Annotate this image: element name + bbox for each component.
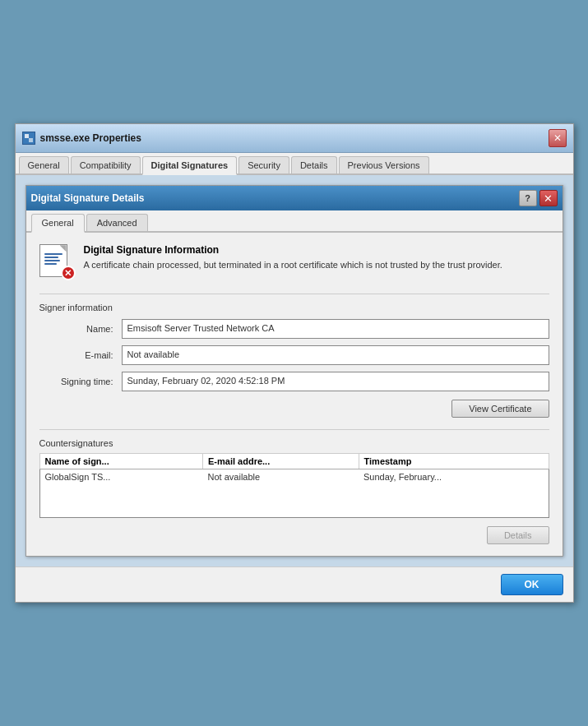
signer-section-label: Signer information [39, 303, 549, 312]
outer-titlebar: smsse.exe Properties ✕ [16, 124, 573, 153]
inner-dialog: Digital Signature Details ? ✕ General Ad… [25, 185, 563, 557]
table-empty-row [39, 484, 549, 517]
signing-time-value: Sunday, February 02, 2020 4:52:18 PM [122, 372, 549, 391]
inner-close-button[interactable]: ✕ [539, 190, 558, 206]
row-name: GlobalSign TS... [39, 469, 203, 485]
inner-dialog-title: Digital Signature Details [31, 192, 145, 204]
signature-status-icon: ✕ [39, 244, 76, 280]
inner-dialog-content: ✕ Digital Signature Information A certif… [26, 233, 563, 556]
email-field-row: E-mail: Not available [39, 345, 549, 365]
divider-2 [39, 429, 549, 430]
tab-compatibility[interactable]: Compatibility [71, 156, 141, 173]
divider-1 [39, 294, 549, 294]
svg-rect-1 [29, 138, 33, 142]
outer-footer: OK [16, 566, 573, 602]
outer-title: smsse.exe Properties [40, 132, 141, 144]
table-row: GlobalSign TS... Not available Sunday, F… [39, 469, 549, 485]
inner-titlebar-buttons: ? ✕ [519, 190, 558, 206]
inner-titlebar: Digital Signature Details ? ✕ [26, 186, 563, 210]
info-title: Digital Signature Information [84, 244, 549, 256]
outer-properties-window: smsse.exe Properties ✕ General Compatibi… [15, 123, 574, 603]
tab-details[interactable]: Details [291, 156, 337, 173]
row-timestamp: Sunday, February... [359, 469, 549, 485]
document-lines [44, 253, 63, 266]
name-label: Name: [39, 324, 122, 334]
tab-security[interactable]: Security [238, 156, 289, 173]
inner-tab-advanced[interactable]: Advanced [86, 214, 148, 231]
window-icon [22, 132, 35, 145]
outer-titlebar-left: smsse.exe Properties [22, 132, 141, 145]
ok-button[interactable]: OK [501, 574, 563, 595]
info-banner: ✕ Digital Signature Information A certif… [39, 244, 549, 280]
tab-general[interactable]: General [19, 156, 69, 173]
details-row: Details [39, 526, 549, 544]
email-value: Not available [122, 345, 549, 365]
inner-tab-bar: General Advanced [26, 210, 563, 233]
tab-digital-signatures[interactable]: Digital Signatures [142, 156, 238, 175]
info-description: A certificate chain processed, but termi… [84, 259, 549, 271]
svg-rect-0 [25, 134, 29, 138]
outer-close-button[interactable]: ✕ [549, 129, 567, 147]
view-certificate-button[interactable]: View Certificate [451, 400, 549, 418]
row-email: Not available [203, 469, 359, 485]
inner-tab-general[interactable]: General [31, 214, 85, 233]
col-header-email: E-mail addre... [203, 454, 359, 469]
name-field-row: Name: Emsisoft Server Trusted Network CA [39, 319, 549, 339]
inner-help-button[interactable]: ? [519, 190, 537, 206]
email-label: E-mail: [39, 350, 122, 360]
tab-previous-versions[interactable]: Previous Versions [339, 156, 429, 173]
details-button[interactable]: Details [487, 526, 549, 544]
countersignatures-label: Countersignatures [39, 438, 549, 448]
name-value: Emsisoft Server Trusted Network CA [122, 319, 549, 339]
signing-time-field-row: Signing time: Sunday, February 02, 2020 … [39, 372, 549, 391]
col-header-name: Name of sign... [39, 454, 203, 469]
error-badge-icon: ✕ [61, 266, 76, 280]
outer-content: Digital Signature Details ? ✕ General Ad… [16, 175, 573, 566]
countersignatures-table: Name of sign... E-mail addre... Timestam… [39, 453, 549, 518]
view-certificate-row: View Certificate [39, 400, 549, 418]
info-text-block: Digital Signature Information A certific… [84, 244, 549, 271]
signing-time-label: Signing time: [39, 377, 122, 386]
outer-tab-bar: General Compatibility Digital Signatures… [16, 153, 573, 175]
col-header-timestamp: Timestamp [359, 454, 549, 469]
